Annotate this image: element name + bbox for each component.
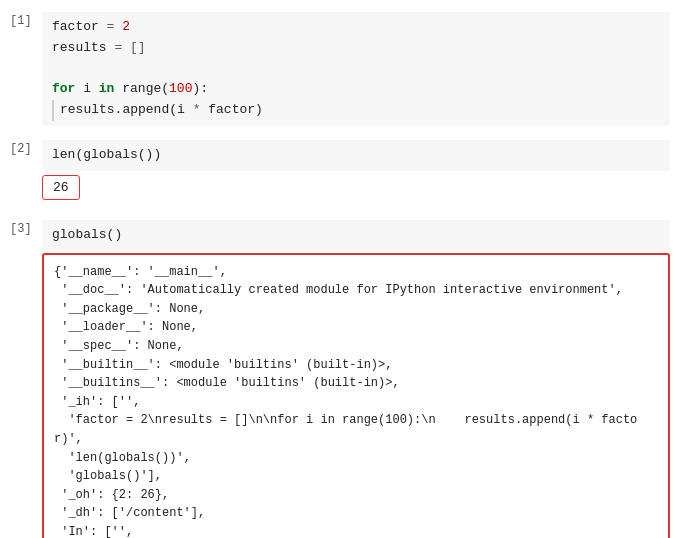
output-number-value: 26 (42, 175, 80, 200)
code-token: 100 (169, 81, 192, 96)
cell-1-label: [1] (10, 12, 38, 28)
code-token: results.append(i * factor) (60, 100, 263, 121)
cell-1-code[interactable]: factor = 2 results = [] for i in range(1… (42, 12, 670, 126)
cell-3-output-row: {'__name__': '__main__', '__doc__': 'Aut… (0, 251, 680, 538)
code-token: = (107, 40, 130, 55)
code-token: results (52, 40, 107, 55)
code-line: results.append(i * factor) (52, 100, 660, 121)
code-line (52, 59, 660, 80)
code-token: ): (192, 81, 208, 96)
cell-1-row: [1] factor = 2 results = [] for i in ran… (0, 8, 680, 126)
code-token: factor (52, 19, 99, 34)
code-token: [] (130, 40, 146, 55)
cell-2-output: 26 (42, 173, 670, 200)
cell-3-row: [3] globals() (0, 216, 680, 251)
code-token: 2 (122, 19, 130, 34)
code-line: factor = 2 (52, 17, 660, 38)
code-line: results = [] (52, 38, 660, 59)
cell-3-label: [3] (10, 220, 38, 236)
code-token: range( (114, 81, 169, 96)
code-line: for i in range(100): (52, 79, 660, 100)
code-line: len(globals()) (52, 145, 660, 166)
code-token: globals() (52, 227, 122, 242)
code-token: i (75, 81, 98, 96)
code-token: for (52, 81, 75, 96)
globals-output: {'__name__': '__main__', '__doc__': 'Aut… (42, 253, 670, 538)
code-line: globals() (52, 225, 660, 246)
cell-2-code[interactable]: len(globals()) (42, 140, 670, 171)
notebook: [1] factor = 2 results = [] for i in ran… (0, 0, 680, 538)
cell-2-label: [2] (10, 140, 38, 156)
cell-2-output-row: 26 (0, 171, 680, 206)
code-token: in (99, 81, 115, 96)
cell-3-code[interactable]: globals() (42, 220, 670, 251)
cell-2-row: [2] len(globals()) (0, 136, 680, 171)
code-token: len(globals()) (52, 147, 161, 162)
code-token: = (99, 19, 122, 34)
